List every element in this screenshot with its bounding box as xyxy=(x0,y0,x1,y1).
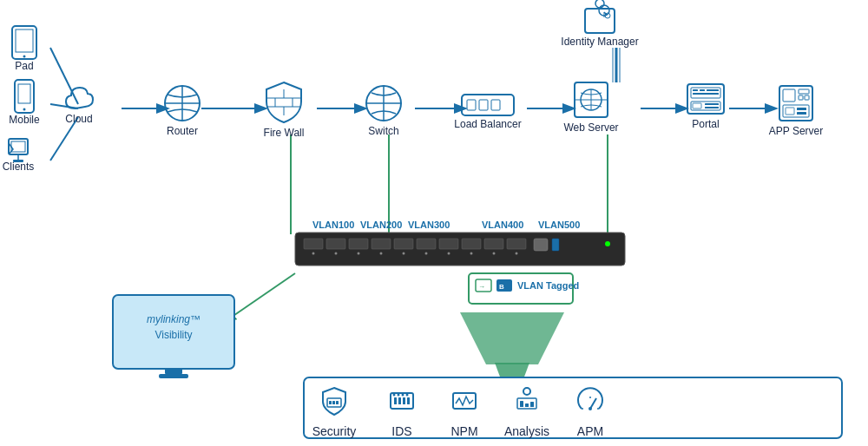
identitymanager-label: Identity Manager xyxy=(561,36,638,48)
svg-rect-57 xyxy=(403,397,405,404)
svg-rect-20 xyxy=(349,239,368,249)
svg-point-37 xyxy=(448,253,450,255)
svg-point-82 xyxy=(23,108,26,111)
apm-label: APM xyxy=(577,424,603,438)
svg-point-40 xyxy=(516,253,518,255)
svg-point-62 xyxy=(406,394,409,397)
vlan200-label: VLAN200 xyxy=(360,220,402,230)
svg-rect-55 xyxy=(394,397,397,404)
appserver-label: APP Server xyxy=(769,125,823,137)
svg-rect-121 xyxy=(705,103,719,105)
svg-rect-122 xyxy=(705,107,719,108)
svg-rect-53 xyxy=(336,401,339,404)
svg-point-39 xyxy=(493,253,496,255)
svg-rect-130 xyxy=(797,108,806,110)
svg-rect-22 xyxy=(394,239,413,249)
vlan-tagged-label: VLAN Tagged xyxy=(517,280,579,291)
ids-label: IDS xyxy=(391,424,411,438)
svg-rect-66 xyxy=(520,401,523,407)
svg-point-61 xyxy=(402,394,404,397)
svg-rect-116 xyxy=(700,89,705,91)
visibility-label-line1: mylinking™ xyxy=(147,313,201,325)
svg-rect-18 xyxy=(304,239,323,249)
svg-rect-68 xyxy=(530,402,534,407)
svg-point-33 xyxy=(358,253,360,255)
svg-rect-21 xyxy=(372,239,391,249)
svg-point-70 xyxy=(589,407,592,410)
svg-rect-28 xyxy=(534,239,548,251)
analysis-label: Analysis xyxy=(504,424,549,438)
svg-rect-118 xyxy=(693,93,719,95)
svg-rect-24 xyxy=(439,239,458,249)
switch-label: Switch xyxy=(368,125,398,137)
portal-label: Portal xyxy=(692,118,719,130)
loadbalancer-label: Load Balancer xyxy=(454,118,521,130)
svg-rect-56 xyxy=(398,397,401,404)
vlan100-label: VLAN100 xyxy=(312,220,354,230)
pad-label: Pad xyxy=(15,60,33,72)
npm-label: NPM xyxy=(450,424,477,438)
svg-rect-52 xyxy=(332,401,335,404)
svg-rect-49 xyxy=(304,377,842,438)
svg-rect-25 xyxy=(462,239,481,249)
svg-point-59 xyxy=(393,394,396,397)
svg-rect-51 xyxy=(329,401,332,404)
cloud-label: Cloud xyxy=(65,113,92,125)
svg-rect-131 xyxy=(797,112,806,115)
security-label: Security xyxy=(312,424,357,438)
svg-point-34 xyxy=(380,253,383,255)
vlan300-label: VLAN300 xyxy=(408,220,450,230)
svg-rect-26 xyxy=(484,239,503,249)
vlan500-label: VLAN500 xyxy=(538,220,580,230)
clients-label: Clients xyxy=(3,161,35,173)
svg-rect-67 xyxy=(525,403,529,407)
network-diagram: VLAN100 VLAN200 VLAN300 VLAN400 VLAN500 … xyxy=(0,0,868,446)
svg-rect-27 xyxy=(507,239,526,249)
svg-rect-75 xyxy=(165,369,182,374)
visibility-label-line2: Visibility xyxy=(155,329,192,341)
webserver-label: Web Server xyxy=(563,121,618,134)
vlan400-label: VLAN400 xyxy=(482,220,523,230)
svg-point-36 xyxy=(425,253,428,255)
svg-rect-19 xyxy=(326,239,345,249)
svg-point-35 xyxy=(403,253,405,255)
svg-rect-23 xyxy=(417,239,436,249)
svg-point-38 xyxy=(470,253,473,255)
svg-rect-117 xyxy=(707,89,719,91)
svg-rect-29 xyxy=(552,239,559,251)
svg-text:B: B xyxy=(499,283,504,291)
svg-point-32 xyxy=(335,253,338,255)
svg-point-30 xyxy=(605,241,610,246)
svg-point-31 xyxy=(312,253,315,255)
svg-point-60 xyxy=(398,394,400,397)
firewall-label: Fire Wall xyxy=(264,127,305,139)
svg-rect-115 xyxy=(693,89,698,91)
svg-rect-58 xyxy=(407,397,410,404)
svg-point-79 xyxy=(23,56,26,58)
svg-text:→: → xyxy=(478,283,485,291)
router-label: Router xyxy=(167,125,198,137)
mobile-label: Mobile xyxy=(9,114,40,126)
svg-rect-76 xyxy=(159,374,188,378)
